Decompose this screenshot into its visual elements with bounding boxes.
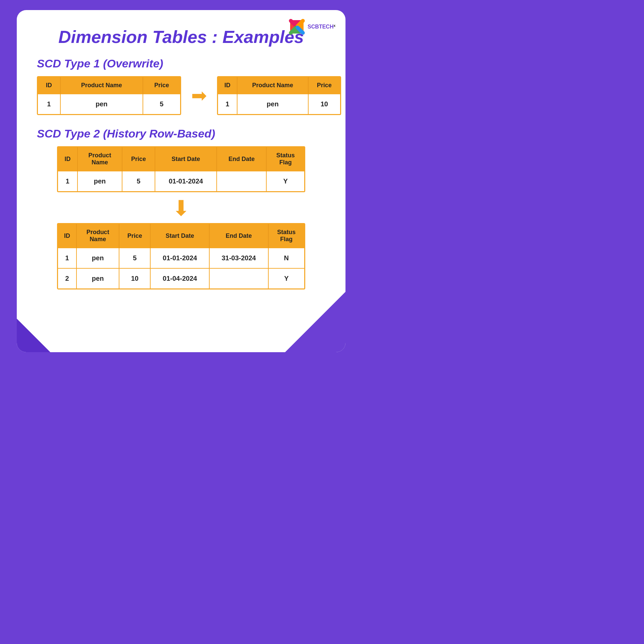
scd2-before-status: Y: [266, 171, 304, 191]
scd2-before-table-border: ID ProductName Price Start Date End Date…: [57, 146, 305, 192]
scd2-after-col-status: StatusFlag: [268, 224, 304, 248]
scd2-after-col-startdate: Start Date: [150, 224, 209, 248]
scd1-comparison: ID Product Name Price 1 pen 5 ➡: [37, 76, 325, 115]
scd2-after-row1-enddate: 31-03-2024: [209, 248, 268, 268]
scd2-before-name: pen: [77, 171, 122, 191]
scd2-after-row1-name: pen: [76, 248, 119, 268]
scd2-before-startdate: 01-01-2024: [155, 171, 217, 191]
scd2-col-enddate: End Date: [217, 147, 266, 171]
scd2-after-col-id: ID: [58, 224, 76, 248]
scd1-before-table: ID Product Name Price 1 pen 5: [38, 77, 180, 114]
table-row: 1 pen 5 01-01-2024 31-03-2024 N: [58, 248, 304, 268]
scd2-before-enddate: [217, 171, 266, 191]
scd1-after-table-wrapper: ID Product Name Price 1 pen 10: [217, 76, 341, 115]
scd1-after-id: 1: [218, 94, 237, 114]
logo-text: SCBTECHx: [308, 23, 335, 30]
page-title: Dimension Tables : Examples: [37, 27, 325, 47]
scd2-after-row2-name: pen: [76, 268, 119, 288]
scd1-before-col-name: Product Name: [60, 77, 143, 94]
scd1-before-price: 5: [143, 94, 180, 114]
scd2-after-col-price: Price: [119, 224, 150, 248]
scd1-before-name: pen: [60, 94, 143, 114]
table-row: 1 pen 5: [38, 94, 180, 114]
scd2-col-name: ProductName: [77, 147, 122, 171]
scd2-before-price: 5: [122, 171, 155, 191]
scd2-after-row2-enddate: [209, 268, 268, 288]
logo-icon: [288, 18, 306, 36]
scd1-before-table-wrapper: ID Product Name Price 1 pen 5: [37, 76, 181, 115]
scd1-arrow-icon: ➡: [191, 86, 207, 105]
scd2-after-row1-id: 1: [58, 248, 76, 268]
scd1-before-id: 1: [38, 94, 60, 114]
logo-suffix: TECH: [319, 24, 334, 30]
scd2-col-price: Price: [122, 147, 155, 171]
table-row: 1 pen 10: [218, 94, 340, 114]
scd2-after-row1-startdate: 01-01-2024: [150, 248, 209, 268]
scd2-after-col-enddate: End Date: [209, 224, 268, 248]
scd2-after-col-name: ProductName: [76, 224, 119, 248]
scd2-col-id: ID: [58, 147, 77, 171]
logo-super: x: [333, 24, 335, 28]
scd2-after-row1-price: 5: [119, 248, 150, 268]
scd2-section-title: SCD Type 2 (History Row-Based): [37, 127, 325, 140]
table-row: 1 pen 5 01-01-2024 Y: [58, 171, 304, 191]
scd2-section: SCD Type 2 (History Row-Based) ID Produc…: [37, 127, 325, 291]
scd2-after-row1-status: N: [268, 248, 304, 268]
scd2-after-table-wrapper: ID ProductName Price Start Date End Date…: [57, 223, 305, 291]
scd2-after-table-border: ID ProductName Price Start Date End Date…: [57, 223, 305, 289]
scd1-after-price: 10: [308, 94, 340, 114]
scd2-col-status: StatusFlag: [266, 147, 304, 171]
scd1-after-col-name: Product Name: [237, 77, 308, 94]
scd2-before-table: ID ProductName Price Start Date End Date…: [58, 147, 304, 191]
logo: SCBTECHx: [288, 18, 335, 36]
scd1-after-col-id: ID: [218, 77, 237, 94]
scd1-section-title: SCD Type 1 (Overwrite): [37, 57, 325, 70]
scd1-after-table: ID Product Name Price 1 pen 10: [218, 77, 340, 114]
scd2-after-table: ID ProductName Price Start Date End Date…: [58, 224, 304, 288]
scd1-after-name: pen: [237, 94, 308, 114]
scd2-after-row2-id: 2: [58, 268, 76, 288]
logo-brand: SCB: [308, 24, 319, 30]
scd2-arrow-icon: ⬇: [37, 198, 325, 219]
scd2-before-id: 1: [58, 171, 77, 191]
scd1-after-col-price: Price: [308, 77, 340, 94]
scd2-after-row2-startdate: 01-04-2024: [150, 268, 209, 288]
scd2-after-row2-status: Y: [268, 268, 304, 288]
scd1-before-col-id: ID: [38, 77, 60, 94]
scd2-before-table-wrapper: ID ProductName Price Start Date End Date…: [57, 146, 305, 194]
scd2-col-startdate: Start Date: [155, 147, 217, 171]
table-row: 2 pen 10 01-04-2024 Y: [58, 268, 304, 288]
main-card: SCBTECHx Dimension Tables : Examples SCD…: [17, 10, 345, 352]
scd2-after-row2-price: 10: [119, 268, 150, 288]
scd1-before-col-price: Price: [143, 77, 180, 94]
